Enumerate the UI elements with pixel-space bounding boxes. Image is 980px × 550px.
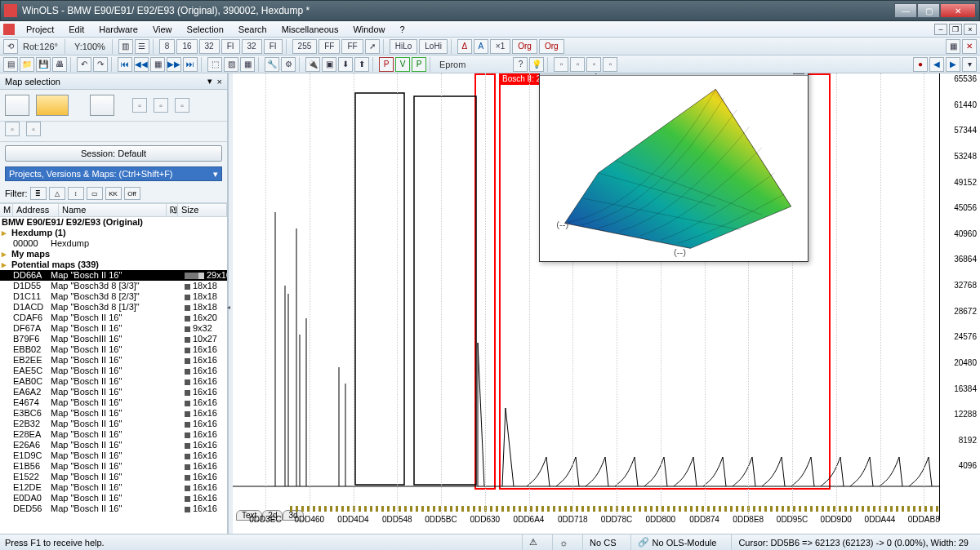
list-item[interactable]: E28EAMap "Bosch II 16"16x16: [0, 429, 227, 440]
open-project-button[interactable]: [36, 95, 69, 116]
panel-pin-icon[interactable]: ▾: [207, 76, 212, 86]
col-icon[interactable]: ₪: [167, 204, 178, 216]
menu-project[interactable]: Project: [20, 23, 60, 36]
help-pointer-icon[interactable]: ?: [513, 57, 528, 72]
print-icon[interactable]: 🖶: [52, 57, 67, 72]
mdi-close[interactable]: ×: [964, 24, 977, 35]
list-item[interactable]: EA6A2Map "Bosch II 16"16x16: [0, 387, 227, 397]
view-bars-icon[interactable]: ▥: [118, 39, 133, 54]
nav-grid-icon[interactable]: ▦: [150, 57, 165, 72]
list-item[interactable]: B79F6Map "BoschIII 16"10x27: [0, 334, 227, 344]
arrow-icon[interactable]: ➚: [365, 39, 380, 54]
chip2-icon[interactable]: ▣: [322, 57, 336, 72]
chip-icon[interactable]: ▦: [946, 39, 960, 54]
undo-icon[interactable]: ↶: [77, 57, 91, 72]
hexdump-chart[interactable]: Bosch II: 29: [233, 73, 980, 534]
list-item[interactable]: E4674Map "Bosch II 16"16x16: [0, 397, 227, 408]
menu-misc[interactable]: Miscellaneous: [275, 23, 345, 36]
mdi-restore[interactable]: ❐: [949, 24, 962, 35]
bits-32[interactable]: 32: [199, 39, 220, 54]
tool-wrench-icon[interactable]: 🔧: [265, 57, 279, 72]
bits-16[interactable]: 16: [176, 39, 197, 54]
t1-icon[interactable]: ▫: [554, 57, 568, 72]
val-255[interactable]: 255: [292, 39, 318, 54]
connect-icon[interactable]: 🔌: [305, 57, 320, 72]
list-item[interactable]: D1C11Map "Bosch3d 8 [2/3]"18x18: [0, 291, 227, 302]
menu-search[interactable]: Search: [232, 23, 274, 36]
float-fi2[interactable]: FI: [264, 39, 283, 54]
menu-hardware[interactable]: Hardware: [92, 23, 145, 36]
play-prev-icon[interactable]: ◀: [929, 57, 944, 72]
t4-icon[interactable]: ▫: [603, 57, 617, 72]
preview-close-icon[interactable]: ×: [793, 73, 804, 74]
more-icon[interactable]: ▾: [962, 57, 977, 72]
lohi-button[interactable]: LoHi: [419, 39, 448, 54]
val-ff1[interactable]: FF: [318, 39, 340, 54]
list-item[interactable]: DF67AMap "Bosch II 16"9x32: [0, 323, 227, 334]
list-item[interactable]: E26A6Map "Bosch II 16"16x16: [0, 440, 227, 450]
x1-button[interactable]: ×1: [490, 39, 510, 54]
view-list-icon[interactable]: ☰: [135, 39, 149, 54]
mdi-minimize[interactable]: –: [934, 24, 947, 35]
save-icon[interactable]: 💾: [36, 57, 51, 72]
select-b-icon[interactable]: ▨: [224, 57, 238, 72]
list-item[interactable]: E1B56Map "Bosch II 16"16x16: [0, 461, 227, 472]
tool-gear-icon[interactable]: ⚙: [281, 57, 296, 72]
lt1-icon[interactable]: ▫: [132, 98, 147, 113]
redo-icon[interactable]: ↷: [93, 57, 108, 72]
menu-view[interactable]: View: [146, 23, 179, 36]
bits-8[interactable]: 8: [159, 39, 176, 54]
filter-btn-off[interactable]: Off: [124, 187, 140, 200]
filter-btn-2[interactable]: △: [49, 187, 65, 200]
menu-window[interactable]: Window: [346, 23, 391, 36]
list-item[interactable]: EB2EEMap "Bosch II 16"16x16: [0, 355, 227, 366]
p2-button[interactable]: P: [412, 57, 426, 72]
help-bulb-icon[interactable]: 💡: [529, 57, 544, 72]
list-item[interactable]: EAE5CMap "Bosch II 16"16x16: [0, 366, 227, 376]
list-item[interactable]: DD66AMap "Bosch II 16"29x16: [0, 270, 227, 281]
close-tool-icon[interactable]: ✕: [962, 39, 977, 54]
upload-icon[interactable]: ⬆: [354, 57, 369, 72]
hilo-button[interactable]: HiLo: [390, 39, 418, 54]
float-fi1[interactable]: FI: [221, 39, 240, 54]
list-item[interactable]: ▸My maps: [0, 249, 227, 259]
list-item[interactable]: E2B32Map "Bosch II 16"16x16: [0, 419, 227, 429]
list-item[interactable]: EBB02Map "Bosch II 16"16x16: [0, 344, 227, 355]
list-item[interactable]: E1522Map "Bosch II 16"16x16: [0, 472, 227, 482]
lt5-icon[interactable]: ▫: [26, 122, 41, 136]
select-c-icon[interactable]: ▦: [240, 57, 255, 72]
map-list[interactable]: BMW E90/E91/ E92/E93 (Original)▸Hexdump …: [0, 217, 227, 534]
menu-edit[interactable]: Edit: [62, 23, 91, 36]
list-item[interactable]: ▸Hexdump (1): [0, 228, 227, 238]
bits-32b[interactable]: 32: [242, 39, 262, 54]
open-icon[interactable]: 📁: [20, 57, 34, 72]
overview-bar[interactable]: [290, 506, 939, 512]
list-item[interactable]: 00000Hexdump: [0, 238, 227, 249]
close-button[interactable]: ✕: [940, 3, 976, 18]
panel-close-icon[interactable]: ×: [217, 77, 222, 86]
list-item[interactable]: E1D9CMap "Bosch II 16"16x16: [0, 450, 227, 461]
new-icon[interactable]: ▤: [3, 57, 18, 72]
versions-button[interactable]: [90, 95, 114, 116]
nav-prev-icon[interactable]: ◀◀: [134, 57, 149, 72]
delta-button[interactable]: Δ: [457, 39, 472, 54]
a-button[interactable]: A: [474, 39, 488, 54]
t2-icon[interactable]: ▫: [570, 57, 585, 72]
filter-btn-1[interactable]: ≣: [30, 187, 47, 200]
maximize-button[interactable]: ▢: [917, 3, 940, 18]
nav-next-icon[interactable]: ▶▶: [167, 57, 181, 72]
col-name[interactable]: Name: [59, 204, 167, 216]
save-project-button[interactable]: [5, 95, 29, 116]
col-address[interactable]: Address: [13, 204, 59, 216]
filter-btn-5[interactable]: KK: [105, 187, 122, 200]
list-item[interactable]: E3BC6Map "Bosch II 16"16x16: [0, 408, 227, 419]
menu-help[interactable]: ?: [394, 23, 412, 36]
col-size[interactable]: Size: [178, 204, 227, 216]
p-button[interactable]: P: [379, 57, 394, 72]
download-icon[interactable]: ⬇: [338, 57, 353, 72]
lt2-icon[interactable]: ▫: [154, 98, 168, 113]
rec-icon[interactable]: ●: [913, 57, 928, 72]
menu-selection[interactable]: Selection: [180, 23, 230, 36]
val-ff2[interactable]: FF: [341, 39, 363, 54]
v-button[interactable]: V: [395, 57, 410, 72]
